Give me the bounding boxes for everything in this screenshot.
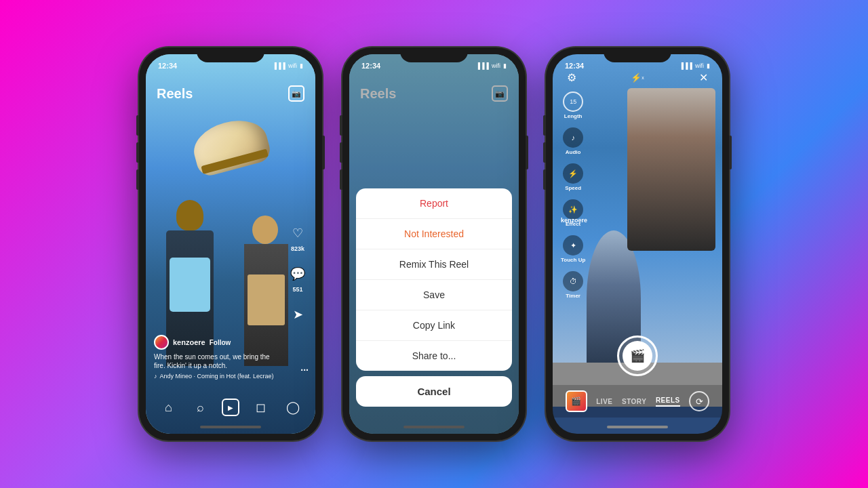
touchup-control[interactable]: ✦ Touch Up xyxy=(561,235,585,263)
preview-content xyxy=(627,88,715,251)
action-share-to[interactable]: Share to... xyxy=(356,341,512,371)
shoe-art xyxy=(189,113,273,178)
person2-shirt xyxy=(248,274,285,325)
battery-icon: ▮ xyxy=(707,62,710,69)
comment-count: 551 xyxy=(292,286,302,293)
action-cancel-button[interactable]: Cancel xyxy=(356,376,512,407)
battery-icon: ▮ xyxy=(503,62,507,69)
phone-camera: 12:34 ▐▐▐ wifi ▮ ⚙ ⚡x ✕ 15 Le xyxy=(546,47,729,441)
phone-action-sheet: 12:34 ▐▐▐ wifi ▮ Reels 📷 Report Not Inte… xyxy=(342,47,526,441)
nav-live[interactable]: LIVE xyxy=(596,398,612,405)
audio-icon: ♪ xyxy=(563,127,583,148)
music-text: Andy Mineo · Coming in Hot (feat. Lecrae… xyxy=(160,373,274,380)
phone-notch xyxy=(400,47,468,62)
action-report[interactable]: Report xyxy=(356,188,512,219)
reels-record-icon: 🎬 xyxy=(630,348,645,363)
time-display: 12:34 xyxy=(361,62,380,70)
battery-icon: ▮ xyxy=(300,62,303,69)
share-icon: ➤ xyxy=(287,304,309,325)
like-button[interactable]: ♡ 823k xyxy=(287,222,309,252)
remix-source-label: kenzoere xyxy=(561,217,587,224)
length-control[interactable]: 15 Length xyxy=(561,92,585,119)
action-not-interested[interactable]: Not Interested xyxy=(356,219,512,249)
wifi-icon: wifi xyxy=(492,62,500,69)
home-bar-phone3 xyxy=(607,426,668,428)
touchup-label: Touch Up xyxy=(561,257,585,263)
signal-icon: ▐▐▐ xyxy=(679,62,692,69)
timer-label: Timer xyxy=(566,293,580,299)
home-bar-phone2 xyxy=(403,426,465,428)
wifi-icon: wifi xyxy=(288,62,297,69)
like-count: 823k xyxy=(291,245,304,252)
nav-reels-icon[interactable] xyxy=(222,399,239,416)
heart-icon: ♡ xyxy=(287,222,309,244)
nav-search-icon[interactable]: ⌕ xyxy=(190,397,210,418)
follow-button[interactable]: Follow xyxy=(210,339,231,346)
nav-home-icon[interactable]: ⌂ xyxy=(158,397,178,418)
length-icon: 15 xyxy=(563,92,583,112)
camera-controls: 15 Length ♪ Audio ⚡ Speed ✨ Effect ✦ Tou… xyxy=(561,92,585,299)
status-icons: ▐▐▐ wifi ▮ xyxy=(679,62,710,69)
person1-head xyxy=(176,200,203,230)
timer-icon: ⏱ xyxy=(563,271,583,291)
speed-icon: ⚡ xyxy=(563,163,583,184)
camera-bottom-nav: 🎬 LIVE STORY REELS ⟳ xyxy=(553,385,722,418)
status-bar-phone3: 12:34 ▐▐▐ wifi ▮ xyxy=(553,54,722,73)
share-button[interactable]: ➤ xyxy=(287,304,309,325)
gallery-thumbnail[interactable]: 🎬 xyxy=(566,390,587,412)
time-display: 12:34 xyxy=(565,62,584,70)
music-info: ♪ Andy Mineo · Coming in Hot (feat. Lecr… xyxy=(154,373,281,380)
reels-title: Reels xyxy=(157,86,193,102)
avatar xyxy=(154,335,169,350)
shutter-inner: 🎬 xyxy=(623,341,652,371)
speed-control[interactable]: ⚡ Speed xyxy=(561,163,585,191)
nav-reels-active[interactable]: REELS xyxy=(656,396,680,407)
shutter-area: 🎬 xyxy=(553,336,722,376)
flip-camera-button[interactable]: ⟳ xyxy=(689,391,709,411)
touchup-icon: ✦ xyxy=(563,235,583,256)
camera-preview-inset xyxy=(627,88,715,251)
time-display: 12:34 xyxy=(158,62,177,70)
signal-icon: ▐▐▐ xyxy=(273,62,285,69)
audio-control[interactable]: ♪ Audio xyxy=(561,127,585,155)
length-label: Length xyxy=(564,113,583,119)
shutter-button[interactable]: 🎬 xyxy=(617,336,658,376)
username-row: kenzoere Follow xyxy=(154,335,281,350)
audio-label: Audio xyxy=(566,149,581,155)
username: kenzoere xyxy=(173,338,205,346)
nav-shop-icon[interactable]: ◻ xyxy=(251,397,271,418)
status-icons: ▐▐▐ wifi ▮ xyxy=(273,62,303,69)
gallery-icon: 🎬 xyxy=(571,396,581,406)
more-options-button[interactable]: ... xyxy=(300,362,309,373)
status-icons: ▐▐▐ wifi ▮ xyxy=(476,62,507,69)
action-copy-link[interactable]: Copy Link xyxy=(356,310,512,341)
timer-control[interactable]: ⏱ Timer xyxy=(561,271,585,299)
phone-reels-feed: 12:34 ▐▐▐ wifi ▮ Reels 📷 ♡ 823k 💬 551 ➤ xyxy=(139,47,322,441)
bottom-nav: ⌂ ⌕ ◻ ◯ xyxy=(146,397,315,418)
nav-profile-icon[interactable]: ◯ xyxy=(283,397,303,418)
action-sheet: Report Not Interested Remix This Reel Sa… xyxy=(356,188,512,407)
nav-story[interactable]: STORY xyxy=(622,398,646,405)
reel-info: kenzoere Follow When the sun comes out, … xyxy=(154,335,281,380)
home-bar xyxy=(200,426,261,428)
camera-button[interactable]: 📷 xyxy=(288,85,304,102)
comment-button[interactable]: 💬 551 xyxy=(287,263,309,293)
action-save[interactable]: Save xyxy=(356,280,512,310)
person2-head xyxy=(252,216,278,244)
signal-icon: ▐▐▐ xyxy=(476,62,489,69)
phone-notch xyxy=(197,47,264,62)
speed-label: Speed xyxy=(565,185,581,191)
person1-shirt xyxy=(170,258,210,312)
action-remix[interactable]: Remix This Reel xyxy=(356,249,512,280)
comment-icon: 💬 xyxy=(287,263,309,285)
caption-text: When the sun comes out, we bring the fir… xyxy=(154,352,281,370)
action-sheet-main: Report Not Interested Remix This Reel Sa… xyxy=(356,188,512,371)
music-note-icon: ♪ xyxy=(154,373,157,380)
right-actions-panel: ♡ 823k 💬 551 ➤ xyxy=(287,222,309,325)
wifi-icon: wifi xyxy=(695,62,704,69)
